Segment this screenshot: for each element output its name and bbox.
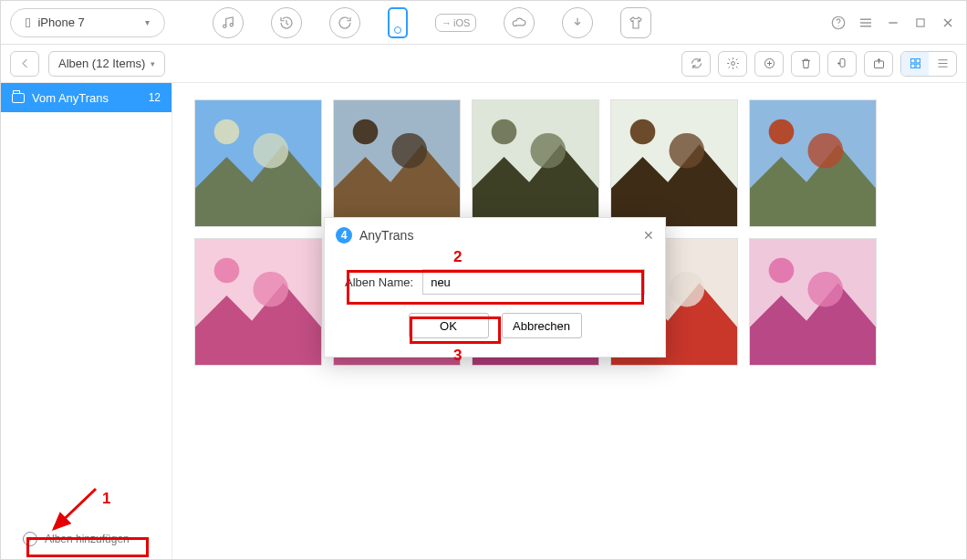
svg-point-0	[224, 25, 226, 27]
svg-rect-4	[917, 18, 924, 26]
chevron-down-icon: ▾	[151, 59, 155, 68]
new-album-dialog: 4 AnyTrans ✕ Alben Name: OK Abbrechen	[324, 217, 666, 358]
dialog-actions: OK Abbrechen	[325, 304, 665, 357]
dialog-titlebar: 4 AnyTrans ✕	[325, 218, 665, 253]
to-device-button[interactable]	[827, 51, 857, 77]
svg-point-41	[769, 258, 795, 284]
sidebar-item-label: Vom AnyTrans	[32, 91, 109, 105]
photo-thumb[interactable]	[333, 99, 461, 227]
album-dropdown[interactable]: Alben (12 Items) ▾	[48, 51, 165, 77]
close-button[interactable]	[939, 14, 957, 32]
svg-point-3	[837, 26, 838, 26]
add-button[interactable]	[754, 51, 784, 77]
help-icon[interactable]	[829, 14, 847, 32]
svg-rect-12	[916, 64, 920, 67]
svg-point-24	[669, 133, 704, 169]
dialog-title: AnyTrans	[359, 228, 413, 243]
download-icon[interactable]	[562, 7, 593, 38]
plus-circle-icon: +	[23, 532, 37, 546]
sidebar-item-count: 12	[149, 91, 161, 104]
history-icon[interactable]	[271, 7, 302, 38]
svg-rect-7	[840, 59, 845, 67]
svg-point-14	[214, 119, 240, 145]
add-album-label: Alben hinzufügen	[45, 533, 130, 545]
photo-thumb[interactable]	[472, 99, 599, 227]
to-ios-icon[interactable]: →iOS	[435, 14, 476, 32]
add-album-button[interactable]: + Alben hinzufügen	[17, 528, 155, 550]
sidebar-item-vom-anytrans[interactable]: Vom AnyTrans 12	[1, 83, 172, 112]
svg-rect-10	[916, 59, 920, 63]
svg-point-27	[807, 133, 843, 169]
content-tools	[681, 51, 957, 77]
category-icons: →iOS	[213, 7, 651, 38]
chevron-down-icon: ▾	[145, 17, 150, 27]
dialog-body: Alben Name:	[325, 253, 665, 304]
sidebar: Vom AnyTrans 12 + Alben hinzufügen	[1, 83, 172, 559]
svg-point-17	[353, 119, 379, 145]
svg-point-21	[530, 133, 566, 169]
restore-icon[interactable]	[329, 7, 360, 38]
cancel-button[interactable]: Abbrechen	[502, 313, 582, 338]
trash-button[interactable]	[791, 51, 820, 77]
top-toolbar:  iPhone 7 ▾ →iOS	[1, 1, 966, 45]
breadcrumb-label: Alben (12 Items)	[58, 57, 145, 70]
photo-thumb[interactable]	[194, 99, 322, 227]
tshirt-icon[interactable]	[620, 7, 651, 38]
svg-point-39	[669, 272, 704, 307]
music-icon[interactable]	[213, 7, 244, 38]
refresh-button[interactable]	[681, 51, 711, 77]
list-view-button[interactable]	[929, 52, 956, 76]
svg-point-20	[492, 119, 517, 145]
cloud-icon[interactable]	[504, 7, 535, 38]
back-button[interactable]	[10, 51, 39, 77]
photo-thumb[interactable]	[749, 99, 877, 227]
svg-point-1	[230, 23, 233, 26]
grid-view-button[interactable]	[901, 52, 929, 76]
export-button[interactable]	[864, 51, 893, 77]
menu-icon[interactable]	[857, 14, 875, 32]
anytrans-logo-icon: 4	[336, 227, 352, 244]
svg-point-29	[214, 258, 240, 284]
svg-point-18	[391, 133, 427, 169]
albumname-label: Alben Name:	[345, 275, 413, 289]
folder-icon	[12, 93, 25, 103]
svg-point-26	[769, 119, 795, 145]
sub-toolbar: Alben (12 Items) ▾	[1, 45, 966, 83]
svg-rect-9	[910, 59, 914, 63]
phone-icon[interactable]	[388, 7, 408, 38]
dialog-close-button[interactable]: ✕	[643, 228, 654, 243]
apple-icon: 	[26, 15, 30, 30]
svg-point-42	[807, 272, 843, 307]
minimize-button[interactable]	[884, 14, 902, 32]
maximize-button[interactable]	[911, 14, 930, 32]
photo-thumb[interactable]	[194, 238, 322, 366]
photo-thumb[interactable]	[749, 238, 877, 366]
svg-point-15	[253, 133, 288, 169]
svg-point-23	[630, 119, 656, 145]
photo-thumb[interactable]	[610, 99, 738, 227]
svg-point-30	[253, 272, 288, 307]
window-controls	[829, 14, 957, 32]
svg-point-5	[731, 62, 734, 66]
settings-button[interactable]	[718, 51, 747, 77]
ok-button[interactable]: OK	[409, 313, 489, 338]
albumname-input[interactable]	[422, 269, 645, 295]
svg-rect-11	[910, 64, 914, 67]
device-label: iPhone 7	[37, 16, 84, 29]
device-selector[interactable]:  iPhone 7 ▾	[10, 8, 165, 37]
view-toggle	[900, 51, 957, 77]
